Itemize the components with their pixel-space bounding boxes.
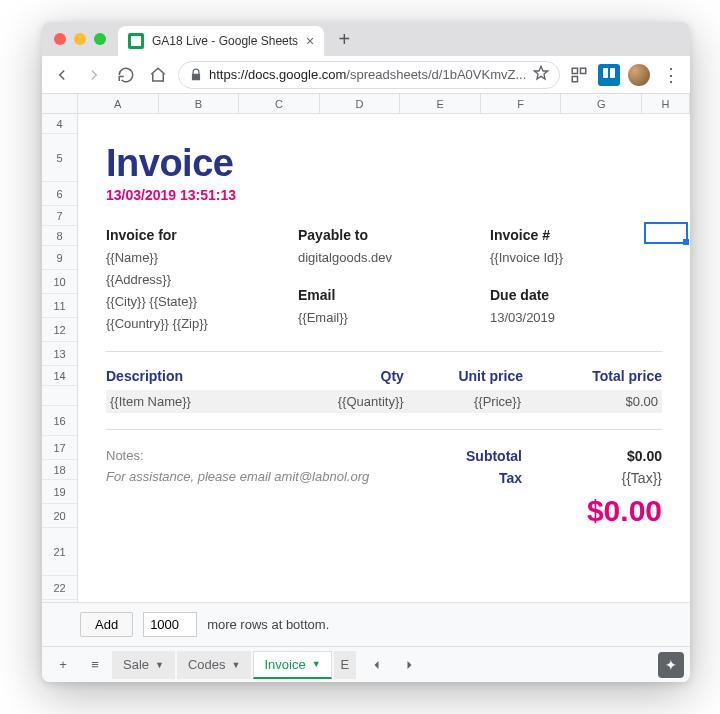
row-header[interactable]: 7 (42, 206, 77, 226)
cells-content[interactable]: Invoice 13/03/2019 13:51:13 Invoice for … (78, 114, 690, 602)
invoice-number-label: Invoice # (490, 227, 662, 243)
browser-menu-button[interactable]: ⋮ (658, 63, 682, 87)
item-name: {{Item Name}} (106, 394, 325, 409)
grand-total: $0.00 (384, 494, 662, 528)
row-header[interactable]: 11 (42, 294, 77, 318)
divider (106, 429, 662, 430)
browser-tab[interactable]: GA18 Live - Google Sheets × (118, 26, 324, 56)
all-sheets-button[interactable]: ≡ (80, 651, 110, 679)
url-host: docs.google.com (248, 67, 346, 82)
add-rows-button[interactable]: Add (80, 612, 133, 637)
col-unit-price: Unit price (404, 368, 523, 384)
invoice-for-country-zip: {{Country}} {{Zip}} (106, 313, 278, 335)
item-row: {{Item Name}} {{Quantity}} {{Price}} $0.… (106, 390, 662, 413)
extension-icon[interactable] (568, 64, 590, 86)
row-header[interactable]: 6 (42, 182, 77, 206)
item-qty: {{Quantity}} (325, 394, 403, 409)
divider (106, 351, 662, 352)
assist-text: For assistance, please email amit@labnol… (106, 469, 384, 484)
col-header[interactable]: G (561, 94, 642, 113)
tax-value: {{Tax}} (582, 470, 662, 486)
col-header[interactable]: E (400, 94, 481, 113)
row-header[interactable]: 22 (42, 576, 77, 600)
scroll-tabs-left-button[interactable] (362, 651, 392, 679)
sheet-tab-extra[interactable]: E (334, 651, 357, 679)
col-header[interactable]: D (320, 94, 401, 113)
row-header[interactable]: 21 (42, 528, 77, 576)
invoice-number-value: {{Invoice Id}} (490, 247, 662, 269)
scroll-tabs-right-button[interactable] (394, 651, 424, 679)
row-header[interactable]: 17 (42, 436, 77, 460)
explore-button[interactable]: ✦ (658, 652, 684, 678)
back-button[interactable] (50, 63, 74, 87)
add-rows-bar: Add more rows at bottom. (42, 602, 690, 646)
trello-extension-icon[interactable] (598, 64, 620, 86)
row-header[interactable]: 5 (42, 134, 77, 182)
row-headers: 4 5 6 7 8 9 10 11 12 13 14 16 17 18 19 2… (42, 114, 78, 602)
chevron-down-icon: ▼ (232, 660, 241, 670)
col-header[interactable]: F (481, 94, 562, 113)
invoice-datetime: 13/03/2019 13:51:13 (106, 187, 662, 203)
row-header[interactable]: 13 (42, 342, 77, 366)
close-window-button[interactable] (54, 33, 66, 45)
invoice-for-name: {{Name}} (106, 247, 278, 269)
invoice-for-label: Invoice for (106, 227, 278, 243)
due-date-value: 13/03/2019 (490, 307, 662, 329)
row-header[interactable]: 19 (42, 480, 77, 504)
tab-title: GA18 Live - Google Sheets (152, 34, 298, 48)
maximize-window-button[interactable] (94, 33, 106, 45)
minimize-window-button[interactable] (74, 33, 86, 45)
row-header[interactable]: 12 (42, 318, 77, 342)
row-header[interactable]: 4 (42, 114, 77, 134)
sheet-tab-sale[interactable]: Sale▼ (112, 651, 175, 679)
invoice-title: Invoice (106, 142, 662, 185)
add-sheet-button[interactable]: + (48, 651, 78, 679)
subtotal-value: $0.00 (582, 448, 662, 464)
add-rows-count-input[interactable] (143, 612, 197, 637)
item-total: $0.00 (521, 394, 662, 409)
payable-to-label: Payable to (298, 227, 470, 243)
select-all-corner[interactable] (42, 94, 78, 113)
sheets-favicon-icon (128, 33, 144, 49)
email-label: Email (298, 287, 470, 303)
col-header[interactable]: H (642, 94, 690, 113)
row-header[interactable]: 18 (42, 460, 77, 480)
home-button[interactable] (146, 63, 170, 87)
col-header[interactable]: A (78, 94, 159, 113)
row-header[interactable]: 20 (42, 504, 77, 528)
svg-rect-0 (572, 68, 577, 73)
sheet-tabs-bar: + ≡ Sale▼ Codes▼ Invoice▼ E ✦ (42, 646, 690, 682)
grid-body: 4 5 6 7 8 9 10 11 12 13 14 16 17 18 19 2… (42, 114, 690, 602)
svg-rect-1 (581, 68, 586, 73)
browser-toolbar: https://docs.google.com/spreadsheets/d/1… (42, 56, 690, 94)
close-tab-button[interactable]: × (306, 33, 314, 49)
chevron-down-icon: ▼ (155, 660, 164, 670)
row-header[interactable]: 8 (42, 226, 77, 246)
url-path: /spreadsheets/d/1bA0VKmvZ... (346, 67, 526, 82)
profile-avatar[interactable] (628, 64, 650, 86)
row-header[interactable] (42, 386, 77, 406)
address-bar[interactable]: https://docs.google.com/spreadsheets/d/1… (178, 61, 560, 89)
new-tab-button[interactable]: + (330, 25, 358, 53)
col-header[interactable]: C (239, 94, 320, 113)
invoice-template: Invoice 13/03/2019 13:51:13 Invoice for … (78, 114, 690, 602)
sheet-tab-invoice[interactable]: Invoice▼ (253, 651, 331, 679)
svg-rect-2 (572, 76, 577, 81)
invoice-for-address: {{Address}} (106, 269, 278, 291)
items-header: Description Qty Unit price Total price (106, 362, 662, 390)
active-cell-indicator[interactable] (644, 222, 688, 244)
browser-window: GA18 Live - Google Sheets × + https://do… (42, 22, 690, 682)
bookmark-star-icon[interactable] (533, 65, 549, 84)
item-price: {{Price}} (404, 394, 521, 409)
row-header[interactable]: 10 (42, 270, 77, 294)
spreadsheet-area: A B C D E F G H 4 5 6 7 8 9 10 11 12 13 … (42, 94, 690, 682)
email-value: {{Email}} (298, 307, 470, 329)
row-header[interactable]: 9 (42, 246, 77, 270)
reload-button[interactable] (114, 63, 138, 87)
forward-button[interactable] (82, 63, 106, 87)
url-prefix: https:// (209, 67, 248, 82)
row-header[interactable]: 14 (42, 366, 77, 386)
col-header[interactable]: B (159, 94, 240, 113)
row-header[interactable]: 16 (42, 406, 77, 436)
sheet-tab-codes[interactable]: Codes▼ (177, 651, 252, 679)
